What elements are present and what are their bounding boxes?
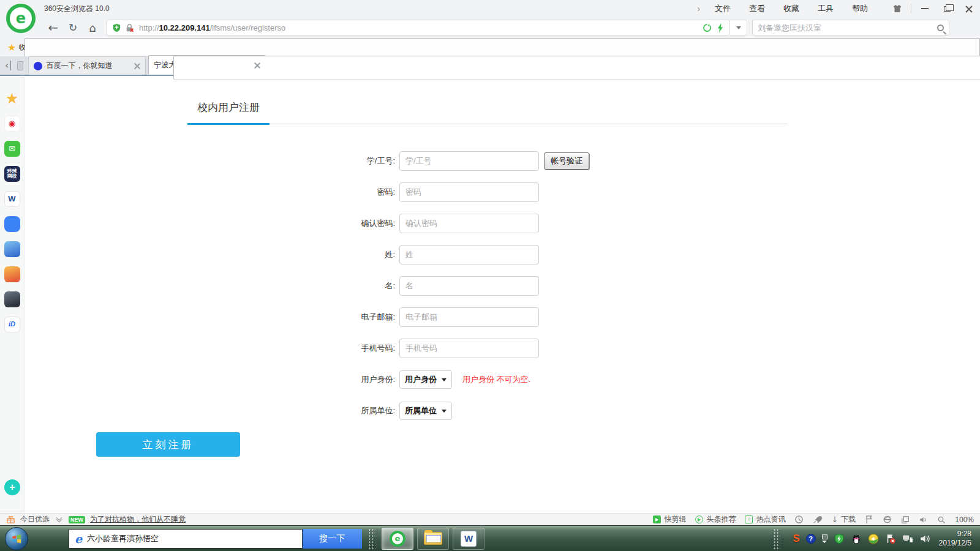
online-school-icon[interactable]: 环球网校: [4, 166, 20, 182]
taskbar-app-word[interactable]: [453, 528, 484, 550]
app-title: 360安全浏览器 10.0: [44, 4, 110, 14]
home-button[interactable]: [85, 20, 100, 36]
input-student-id[interactable]: 学/工号: [399, 151, 539, 171]
baidu-favicon-icon: [34, 62, 42, 70]
tab-baidu[interactable]: 百度一下，你就知道: [28, 56, 146, 75]
help-tray-icon[interactable]: [806, 534, 816, 544]
search-input[interactable]: [758, 23, 937, 32]
speedball-tray-icon[interactable]: [868, 533, 879, 544]
validation-error: 用户身份 不可为空.: [462, 374, 530, 385]
quick-clip-tool[interactable]: 快剪辑: [653, 514, 686, 525]
address-bar[interactable]: http://10.22.209.141/lfsms/user/register…: [107, 20, 730, 36]
chevron-down-icon: [442, 410, 447, 413]
insecure-lock-icon[interactable]: [125, 23, 134, 32]
show-hidden-icons-button[interactable]: [822, 534, 827, 543]
zoom-level[interactable]: 100%: [955, 515, 974, 524]
form-row-department: 所属单位:所属单位: [328, 401, 980, 421]
verify-account-button[interactable]: 帐号验证: [544, 152, 589, 170]
downloads-tool[interactable]: 下载: [831, 514, 856, 525]
taskbar-app-360browser[interactable]: [382, 528, 413, 550]
menu-favorites[interactable]: 收藏: [783, 3, 799, 14]
zoom-lens-icon[interactable]: [937, 515, 946, 524]
search-icon[interactable]: [937, 24, 944, 31]
input-password[interactable]: 密码: [399, 182, 539, 202]
hot-news-tool[interactable]: ≡热点资讯: [745, 514, 785, 525]
action-center-flag-icon[interactable]: [885, 533, 896, 544]
word-doc-icon[interactable]: W: [4, 191, 20, 207]
weibo-icon[interactable]: ◉: [4, 116, 20, 132]
register-now-button[interactable]: 立刻注册: [96, 432, 240, 457]
accelerator-icon[interactable]: [794, 515, 804, 524]
tab-close-icon[interactable]: [254, 62, 260, 69]
taskbar-clock[interactable]: 9:28 2019/12/5: [939, 530, 971, 548]
favorites-star-icon[interactable]: ★: [4, 91, 20, 107]
whale-app-icon[interactable]: [4, 216, 20, 232]
search-go-button[interactable]: 搜一下: [303, 529, 362, 549]
new-badge: NEW: [69, 516, 85, 523]
collapse-tabs-icon[interactable]: [5, 61, 11, 70]
ie-compat-icon[interactable]: [883, 515, 892, 524]
tab-registration-active[interactable]: 宁波大学-校外用户注册: [148, 55, 266, 75]
game-king-icon[interactable]: [4, 266, 20, 282]
restore-button[interactable]: [936, 0, 958, 17]
select-user-role[interactable]: 用户身份: [399, 370, 452, 389]
security-shield-tray-icon[interactable]: [834, 533, 845, 544]
search-box[interactable]: [752, 20, 949, 36]
network-tray-icon[interactable]: [902, 533, 913, 544]
window-mode-icon[interactable]: [901, 515, 910, 524]
gift-icon[interactable]: [6, 515, 15, 524]
clover-icon[interactable]: +: [4, 479, 20, 495]
menu-help[interactable]: 帮助: [852, 3, 868, 14]
menu-file[interactable]: 文件: [715, 3, 731, 14]
input-confirm-password[interactable]: 确认密码: [399, 214, 539, 233]
form-row-phone: 手机号码:手机号码: [328, 339, 980, 358]
url-text[interactable]: http://10.22.209.141/lfsms/user/register…: [139, 23, 285, 32]
clip-icon: [653, 515, 661, 523]
refresh-rescue-icon[interactable]: [703, 23, 712, 32]
bookmark-drcom[interactable]: Drcom: [538, 43, 560, 51]
shirt-icon: [892, 4, 902, 13]
ie-browser-icon: [75, 532, 82, 545]
windows-taskbar: 六小龄童再演孙悟空 搜一下 9:28 2019/12/5: [0, 525, 980, 551]
form-row-last-name: 姓:姓: [328, 245, 980, 264]
start-button[interactable]: [5, 527, 28, 550]
toutiao-feed-tool[interactable]: 头条推荐: [695, 514, 736, 525]
reload-button[interactable]: [65, 20, 81, 36]
divider: [911, 4, 911, 13]
game-battle-icon[interactable]: [4, 291, 20, 307]
minimize-button[interactable]: [914, 0, 936, 17]
sogou-input-icon[interactable]: [793, 533, 799, 545]
input-phone[interactable]: 手机号码: [399, 339, 539, 358]
mail-icon[interactable]: ✉: [4, 141, 20, 157]
id-logo-icon[interactable]: iD: [4, 317, 20, 332]
menu-tools[interactable]: 工具: [818, 3, 834, 14]
tab-close-icon[interactable]: [134, 63, 140, 69]
field-label-confirm-password: 确认密码:: [328, 218, 395, 229]
back-button[interactable]: [45, 20, 61, 36]
page-audio-icon[interactable]: [919, 515, 928, 524]
collapse-chevrons-icon[interactable]: [57, 518, 61, 522]
rocket-boost-icon[interactable]: [813, 515, 822, 524]
close-button[interactable]: [958, 0, 980, 17]
volume-tray-icon[interactable]: [919, 533, 930, 544]
game-pirate-icon[interactable]: [4, 241, 20, 257]
mobile-sync-icon[interactable]: [17, 61, 23, 70]
url-dropdown-button[interactable]: [730, 20, 747, 36]
site-safety-shield-icon[interactable]: [112, 23, 121, 32]
speed-bolt-icon[interactable]: [717, 23, 725, 32]
qq-tray-icon[interactable]: [851, 533, 862, 544]
today-picks-label[interactable]: 今日优选: [20, 514, 50, 525]
taskbar-search-field[interactable]: 六小龄童再演孙悟空: [69, 529, 303, 549]
menu-chevron-icon[interactable]: [697, 4, 700, 13]
news-headline-link[interactable]: 为了对抗植物，他们从不睡觉: [90, 514, 186, 525]
input-email[interactable]: 电子邮箱: [399, 307, 539, 327]
input-last-name[interactable]: 姓: [399, 245, 539, 264]
menu-view[interactable]: 查看: [749, 3, 765, 14]
select-department[interactable]: 所属单位: [399, 402, 452, 420]
flag-report-icon[interactable]: [865, 515, 873, 524]
taskbar-app-explorer[interactable]: [417, 528, 449, 550]
skin-theme-button[interactable]: [886, 0, 908, 17]
taskbar-search-widget[interactable]: 六小龄童再演孙悟空 搜一下: [69, 529, 362, 549]
tab-bar: 百度一下，你就知道 宁波大学-校外用户注册: [0, 56, 980, 76]
input-first-name[interactable]: 名: [399, 276, 539, 296]
